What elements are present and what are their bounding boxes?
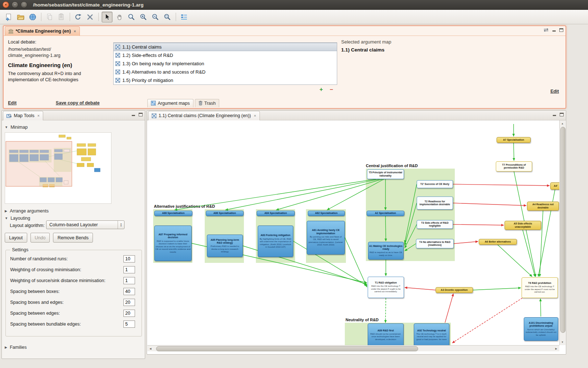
minimap[interactable] [5,132,111,204]
web-icon[interactable] [28,12,38,22]
setting-input[interactable] [123,266,135,273]
node-A88[interactable]: A88 Specialisation [154,211,192,216]
close-icon[interactable]: × [254,113,256,118]
node-A83[interactable]: A83 Fostering mitigationBy highlighting … [258,226,293,257]
map-list-item[interactable]: 1.4) Alternatives to and success of R&D [114,68,337,76]
maximize-view-icon[interactable] [560,113,564,116]
section-minimap[interactable]: ▼ Minimap [5,125,28,130]
section-arrange-arguments[interactable]: ▶ Arrange arguments [5,208,49,214]
map-list-item[interactable]: 1.5) Priority of mitigation [114,76,337,84]
map-list-item[interactable]: 1.3) On being ready for implementation [114,59,337,68]
node-A84[interactable]: A84 Specialisation [257,211,295,216]
node-T2[interactable]: T2 Readiness for implementation desirabl… [417,197,453,210]
minimize-view-icon[interactable] [552,112,556,116]
scroll-down-icon[interactable]: ▼ [560,339,565,345]
node-T3[interactable]: T3 Side-effects of R&D negligible [417,220,453,229]
node-title: T2 Readiness for implementation desirabl… [418,200,452,206]
node-A87[interactable]: A87 Preparing informed decisionR&D is su… [154,226,192,261]
outline-icon[interactable] [179,12,189,22]
node-A5[interactable]: A5 Side-effects unacceptable [505,221,541,230]
scroll-up-icon[interactable]: ▲ [560,121,565,126]
setting-input[interactable] [123,310,135,317]
scroll-right-icon[interactable]: ▶ [554,346,559,351]
vertical-scrollbar[interactable]: ▲ ▼ [559,120,565,345]
window-minimize-button[interactable]: − [12,1,18,8]
node-title: A1 Making CE technologies ready [369,245,403,251]
paste-icon[interactable] [56,12,66,22]
tab-map-tools[interactable]: Map Tools × [3,111,43,120]
node-A2[interactable]: A2 Specialisation [367,211,404,216]
node-T6[interactable]: T6 R&D prohibitionR&D into the CE techno… [522,277,558,298]
copy-icon[interactable] [44,12,54,22]
maximize-view-icon[interactable] [139,113,143,116]
node-A81[interactable]: A81 Avoiding hasty CE implementationBy p… [307,221,345,255]
node-A86[interactable]: A86 Specialisation [206,211,244,216]
setting-input[interactable] [123,321,135,328]
open-folder-icon[interactable] [16,12,26,22]
node-A101[interactable]: A101 Discriminating prohibitions unjustN… [524,317,558,341]
tab-editor[interactable]: 1.1) Central claims (Climate Engineering… [148,111,260,120]
tab-debate[interactable]: *Climate Engineering (en) × [5,26,80,36]
minimap-image[interactable] [5,133,111,203]
refresh-icon[interactable] [73,12,83,22]
node-A3[interactable]: A3 Deontic opposition [436,287,473,293]
node-A7[interactable]: A7 Specialisation [497,137,531,143]
tab-trash[interactable]: Trash [195,99,220,107]
zoom-fit-icon[interactable] [162,12,172,22]
node-A6[interactable]: A6 Better alternatives [479,239,517,245]
node-A85[interactable]: A85 Planning long-term R&D strategyPreli… [207,235,243,257]
map-list-item[interactable]: 1.1) Central claims [114,43,337,51]
sync-icon[interactable] [543,28,549,32]
zoom-original-icon[interactable] [126,12,136,22]
close-icon[interactable]: × [74,29,76,33]
edit-debate-link[interactable]: Edit [8,100,17,106]
horizontal-scroll-thumb[interactable] [156,346,418,351]
node-A1[interactable]: A1 Making CE technologies readyR&D is re… [368,242,404,260]
window-close-button[interactable]: × [3,1,9,8]
layout-button[interactable]: Layout [5,233,27,243]
node-A89[interactable]: A89 R&D firstR&D should not be constrain… [368,323,404,345]
scroll-left-icon[interactable]: ◀ [148,346,153,351]
argument-map-list[interactable]: 1.1) Central claims 1.2) Side-effects of… [113,42,337,85]
setting-input[interactable] [123,288,135,295]
close-icon[interactable]: × [37,113,40,118]
add-map-button[interactable]: + [318,87,324,92]
zoom-in-icon[interactable] [138,12,148,22]
section-layouting[interactable]: ▼ Layouting [5,216,30,221]
edit-selected-map-link[interactable]: Edit [550,89,559,94]
map-list-item[interactable]: 1.2) Side-effects of R&D [114,51,337,59]
vertical-scroll-thumb[interactable] [560,127,565,333]
node-T1[interactable]: T1 R&D obligationR&D into the CE technol… [368,277,404,298]
window-maximize-button[interactable]: □ [21,1,27,8]
layout-algorithm-select[interactable]: Column-based Layouter ▲▼ [46,220,124,229]
node-body: R&D into the CE technology T under the a… [369,285,403,293]
remove-bends-button[interactable]: Remove Bends [53,233,93,243]
new-wizard-icon[interactable] [4,12,14,22]
horizontal-scrollbar[interactable]: ◀ ▶ [147,345,559,351]
tab-argument-maps[interactable]: Argument maps [147,99,193,107]
section-families[interactable]: ▶ Families [5,345,26,350]
remove-map-button[interactable]: − [328,87,335,92]
node-A4p[interactable]: A4' [550,182,559,190]
undo-button[interactable]: Undo [30,233,50,243]
setting-input[interactable] [123,277,135,284]
node-T2p[interactable]: T2' Success of CE likely [417,180,453,188]
node-A82[interactable]: A82 Specialisation [308,211,345,216]
zoom-out-icon[interactable] [150,12,160,22]
node-T7[interactable]: T7 Preconditions of permissible R&D [496,161,532,171]
pan-hand-icon[interactable] [114,12,124,22]
setting-input[interactable] [123,255,135,262]
node-A92[interactable]: A92 Technology neutralThe CE technology … [414,323,449,345]
maximize-view-icon[interactable] [559,28,563,32]
select-tool-icon[interactable] [102,12,113,22]
setting-input[interactable] [123,299,135,306]
minimize-view-icon[interactable] [552,28,556,32]
map-tools-content: ▼ Minimap [2,120,145,359]
argument-canvas[interactable]: Central justification of R&DAlternative … [147,120,559,345]
node-T5[interactable]: T5 Principle of instrumental rationality [367,169,404,179]
node-A4[interactable]: A4 Readiness not desirable [527,202,559,211]
minimize-view-icon[interactable] [131,112,135,116]
save-copy-link[interactable]: Save copy of debate [56,100,100,106]
delete-icon[interactable] [85,12,95,22]
node-T4[interactable]: T4 No alternatives to R&D (readiness) [416,239,454,248]
